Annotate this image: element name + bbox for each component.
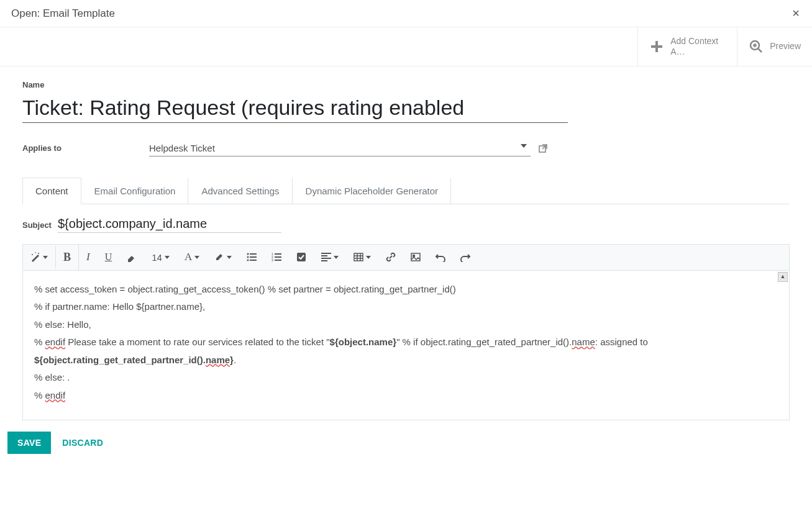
discard-button[interactable]: DISCARD (62, 438, 103, 448)
table-button[interactable] (346, 247, 378, 268)
bold-button[interactable]: B (56, 245, 78, 270)
svg-rect-24 (321, 253, 331, 254)
highlight-button[interactable] (207, 246, 239, 268)
close-icon[interactable]: × (792, 6, 800, 20)
subject-label: Subject (22, 220, 52, 230)
svg-point-8 (38, 253, 39, 254)
tab-content[interactable]: Content (22, 178, 81, 204)
svg-rect-20 (275, 256, 281, 258)
preview-label: Preview (770, 41, 801, 52)
checklist-button[interactable] (289, 246, 314, 268)
scroll-up-icon[interactable]: ▲ (778, 272, 788, 282)
svg-rect-25 (321, 255, 327, 256)
modal-header: Open: Email Template × (0, 0, 812, 27)
svg-point-9 (32, 254, 33, 255)
subject-input[interactable] (58, 215, 281, 233)
tabs: Content Email Configuration Advanced Set… (22, 178, 790, 204)
editor-line: % else: . (34, 369, 778, 387)
underline-button[interactable]: U (98, 245, 120, 269)
editor-line: % else: Hello, (34, 316, 778, 334)
magic-wand-button[interactable] (23, 246, 55, 268)
align-button[interactable] (314, 247, 346, 268)
image-button[interactable] (403, 247, 428, 268)
unordered-list-button[interactable] (239, 247, 264, 268)
editor-toolbar: B I U 14 A (23, 245, 789, 271)
italic-button[interactable]: I (79, 245, 98, 269)
undo-button[interactable] (428, 246, 453, 268)
svg-rect-16 (250, 260, 257, 261)
editor: B I U 14 A (22, 244, 790, 420)
tab-advanced-settings[interactable]: Advanced Settings (188, 178, 292, 204)
editor-line: % if partner.name: Hello ${partner.name}… (34, 298, 778, 316)
eraser-button[interactable] (119, 246, 144, 268)
svg-rect-22 (275, 260, 281, 261)
zoom-in-icon (749, 39, 764, 54)
modal-footer: SAVE DISCARD (0, 420, 812, 465)
modal-title: Open: Email Template (11, 7, 115, 20)
svg-rect-33 (411, 253, 420, 261)
svg-rect-23 (297, 253, 306, 261)
font-color-button[interactable]: A (177, 245, 207, 269)
svg-rect-1 (651, 45, 662, 48)
plus-icon (649, 39, 664, 54)
redo-button[interactable] (453, 246, 478, 268)
editor-line: % endif (34, 387, 778, 405)
ordered-list-button[interactable]: 123 (264, 247, 289, 268)
applies-to-select[interactable]: Helpdesk Ticket (149, 140, 531, 156)
preview-button[interactable]: Preview (737, 27, 812, 66)
editor-content[interactable]: ▲ % set access_token = object.rating_get… (23, 271, 789, 420)
editor-line: % endif Please take a moment to rate our… (34, 333, 778, 369)
add-context-label: Add Context A… (670, 36, 726, 57)
name-input[interactable] (22, 93, 568, 123)
tab-email-configuration[interactable]: Email Configuration (81, 178, 189, 204)
applies-to-value: Helpdesk Ticket (149, 143, 215, 153)
svg-rect-28 (354, 253, 363, 261)
svg-text:3: 3 (271, 258, 273, 261)
svg-point-11 (247, 253, 249, 255)
svg-rect-14 (250, 256, 257, 258)
svg-rect-12 (250, 253, 257, 255)
form-body: Name Applies to Helpdesk Ticket Content … (0, 66, 812, 420)
editor-line: % set access_token = object.rating_get_a… (34, 281, 778, 299)
svg-point-10 (35, 252, 36, 253)
font-size-value: 14 (152, 252, 162, 263)
svg-point-15 (247, 260, 249, 261)
tab-dynamic-placeholder[interactable]: Dynamic Placeholder Generator (293, 178, 451, 204)
caret-down-icon (521, 144, 527, 148)
add-context-action-button[interactable]: Add Context A… (637, 27, 737, 66)
font-size-button[interactable]: 14 (144, 246, 177, 269)
link-button[interactable] (378, 246, 403, 268)
svg-line-7 (542, 145, 547, 149)
applies-to-row: Applies to Helpdesk Ticket (22, 140, 790, 156)
external-link-icon[interactable] (538, 143, 548, 153)
subject-row: Subject (22, 215, 790, 233)
svg-rect-18 (275, 253, 281, 255)
svg-line-3 (758, 48, 762, 52)
save-button[interactable]: SAVE (7, 432, 51, 454)
name-label: Name (22, 80, 790, 89)
svg-rect-27 (321, 260, 327, 261)
svg-rect-26 (321, 258, 331, 259)
svg-point-13 (247, 256, 249, 258)
applies-to-label: Applies to (22, 143, 142, 153)
top-toolbar: Add Context A… Preview (0, 27, 812, 66)
